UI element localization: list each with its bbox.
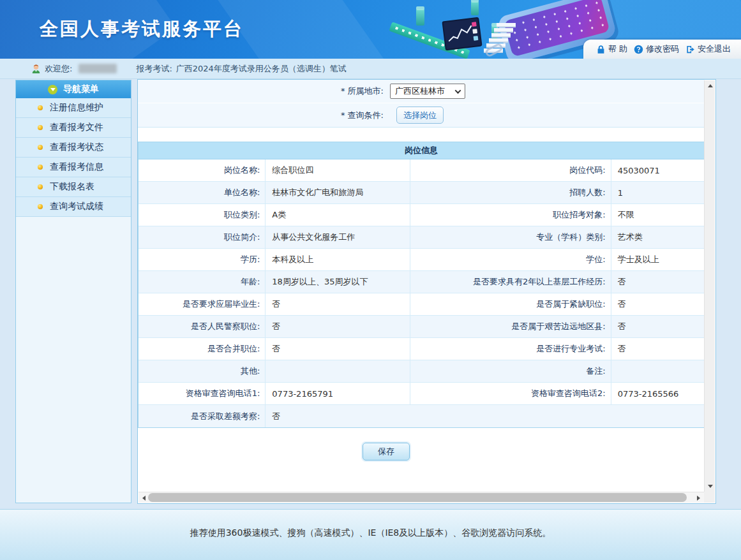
table-value-cell: 艺术类 xyxy=(611,226,704,248)
table-label-cell: 年龄: xyxy=(138,271,266,293)
table-label-cell: 其他: xyxy=(138,360,266,382)
sidebar-item-label: 注册信息维护 xyxy=(50,102,103,114)
header-links-tab: 帮 助 修改密码 安全退出 xyxy=(583,40,741,59)
table-label-cell: 是否采取差额考察: xyxy=(138,405,266,427)
logout-icon xyxy=(685,45,695,54)
logout-label: 安全退出 xyxy=(698,43,731,55)
greeting-label: 欢迎您: xyxy=(45,63,72,75)
job-table-title: 岗位信息 xyxy=(138,142,704,159)
table-value-cell: 否 xyxy=(611,271,704,293)
sidebar-item-label: 查看报考状态 xyxy=(50,142,103,153)
table-value-cell: 45030071 xyxy=(611,159,704,181)
question-icon xyxy=(634,45,643,54)
nav-menu-header[interactable]: 导航菜单 xyxy=(16,80,131,98)
table-label-cell: 资格审查咨询电话2: xyxy=(410,383,611,404)
table-label-cell: 资格审查咨询电话1: xyxy=(138,383,266,404)
table-value-cell: 0773-2165791 xyxy=(266,383,410,404)
table-label-cell: 是否人民警察职位: xyxy=(138,316,266,337)
horizontal-scroll-thumb[interactable] xyxy=(148,493,687,502)
job-info-table: 岗位信息 岗位名称: 综合职位四 岗位代码: 45030071 单位名称: 桂林… xyxy=(138,142,705,428)
sidebar: 导航菜单 注册信息维护 查看报考文件 查看报考状态 查看报考信息 下载报名表 查… xyxy=(15,80,131,503)
table-label-cell: 单位名称: xyxy=(138,182,266,203)
user-name-redacted xyxy=(79,64,117,73)
sidebar-item-exam-info[interactable]: 查看报考信息 xyxy=(16,158,131,177)
table-label-cell: 职位类别: xyxy=(138,204,266,226)
sidebar-item-exam-files[interactable]: 查看报考文件 xyxy=(16,118,131,138)
panel-content: * 所属地市: 广西区桂林市 * 查询条件: 选择岗位 岗位信息 岗位名称: 综… xyxy=(138,80,705,492)
bullet-icon xyxy=(38,125,43,130)
table-row: 学历: 本科及以上 学位: 学士及以上 xyxy=(138,249,704,271)
change-password-label: 修改密码 xyxy=(646,43,679,55)
main-panel: * 所属地市: 广西区桂林市 * 查询条件: 选择岗位 岗位信息 岗位名称: 综… xyxy=(137,79,716,504)
illustration-pillar xyxy=(416,9,424,26)
table-value-cell: 否 xyxy=(266,316,410,337)
table-row: 单位名称: 桂林市文化广电和旅游局 招聘人数: 1 xyxy=(138,182,704,204)
table-label-cell: 是否合并职位: xyxy=(138,338,266,360)
exam-label: 报考考试: xyxy=(136,63,172,75)
sidebar-item-register-info[interactable]: 注册信息维护 xyxy=(16,98,131,118)
scroll-down-button[interactable] xyxy=(705,481,715,492)
sidebar-item-label: 查询考试成绩 xyxy=(50,201,103,212)
select-position-button[interactable]: 选择岗位 xyxy=(396,107,444,124)
sidebar-item-download-form[interactable]: 下载报名表 xyxy=(16,177,131,197)
table-label-cell: 岗位名称: xyxy=(138,159,266,181)
table-value-cell: 从事公共文化服务工作 xyxy=(266,226,410,248)
illustration-monitor xyxy=(442,17,482,51)
table-label-cell: 岗位代码: xyxy=(410,159,611,181)
bullet-icon xyxy=(38,105,43,110)
table-label-cell: 是否进行专业考试: xyxy=(410,338,611,360)
exam-name: 广西2024年度考试录用公务员（选调生）笔试 xyxy=(176,63,347,75)
lock-icon xyxy=(596,45,606,54)
table-row: 是否合并职位: 否 是否进行专业考试: 否 xyxy=(138,338,704,360)
chevron-down-icon xyxy=(48,85,57,94)
table-label-cell: 是否要求具有2年以上基层工作经历: xyxy=(410,271,611,293)
welcome-bar: 欢迎您: 报考考试: 广西2024年度考试录用公务员（选调生）笔试 xyxy=(0,59,741,79)
bullet-icon xyxy=(38,145,43,150)
table-value-cell: 0773-2165566 xyxy=(611,383,704,404)
help-link-label: 帮 助 xyxy=(608,43,627,55)
table-row: 年龄: 18周岁以上、35周岁以下 是否要求具有2年以上基层工作经历: 否 xyxy=(138,271,704,293)
sidebar-item-exam-status[interactable]: 查看报考状态 xyxy=(16,138,131,158)
city-label: * 所属地市: xyxy=(138,85,384,97)
app-header: 全国人事考试服务平台 帮 助 xyxy=(0,0,741,59)
vertical-scrollbar[interactable] xyxy=(704,80,715,492)
table-value-cell: 学士及以上 xyxy=(611,249,704,270)
table-value-cell: 1 xyxy=(611,182,704,203)
sidebar-item-exam-scores[interactable]: 查询考试成绩 xyxy=(16,197,131,217)
help-link[interactable]: 帮 助 xyxy=(596,43,627,55)
city-select[interactable]: 广西区桂林市 xyxy=(390,84,465,99)
table-value-cell: 否 xyxy=(266,405,704,427)
table-label-cell: 专业（学科）类别: xyxy=(410,226,611,248)
sidebar-item-label: 查看报考信息 xyxy=(50,161,103,173)
table-value-cell xyxy=(611,360,704,382)
table-label-cell: 职位招考对象: xyxy=(410,204,611,226)
table-label-cell: 学位: xyxy=(410,249,611,270)
scroll-up-button[interactable] xyxy=(705,80,715,91)
city-form-row: * 所属地市: 广西区桂林市 xyxy=(138,80,705,103)
scrollbar-corner xyxy=(704,492,715,503)
table-value-cell: A类 xyxy=(266,204,410,226)
table-value-cell: 综合职位四 xyxy=(266,159,410,181)
table-row: 其他: 备注: xyxy=(138,360,704,383)
change-password-link[interactable]: 修改密码 xyxy=(634,43,679,55)
query-form-row: * 查询条件: 选择岗位 xyxy=(138,103,705,128)
chevron-down-icon xyxy=(455,87,461,94)
table-label-cell: 职位简介: xyxy=(138,226,266,248)
table-label-cell: 招聘人数: xyxy=(410,182,611,203)
table-row: 是否采取差额考察: 否 xyxy=(138,405,704,427)
table-value-cell: 否 xyxy=(611,338,704,360)
scroll-right-button[interactable] xyxy=(693,492,704,503)
table-value-cell: 本科及以上 xyxy=(266,249,410,270)
horizontal-scrollbar[interactable] xyxy=(138,492,704,503)
query-label: * 查询条件: xyxy=(138,110,384,121)
page-footer: 推荐使用360极速模式、搜狗（高速模式）、IE（IE8及以上版本）、谷歌浏览器访… xyxy=(0,509,741,560)
table-label-cell: 是否属于紧缺职位: xyxy=(410,293,611,315)
sidebar-item-label: 查看报考文件 xyxy=(50,122,103,133)
table-row: 资格审查咨询电话1: 0773-2165791 资格审查咨询电话2: 0773-… xyxy=(138,383,704,405)
city-select-value: 广西区桂林市 xyxy=(395,85,445,97)
table-label-cell: 备注: xyxy=(410,360,611,382)
table-value-cell: 桂林市文化广电和旅游局 xyxy=(266,182,410,203)
save-button[interactable]: 保存 xyxy=(363,443,410,461)
logout-link[interactable]: 安全退出 xyxy=(685,43,731,55)
bullet-icon xyxy=(38,184,43,189)
